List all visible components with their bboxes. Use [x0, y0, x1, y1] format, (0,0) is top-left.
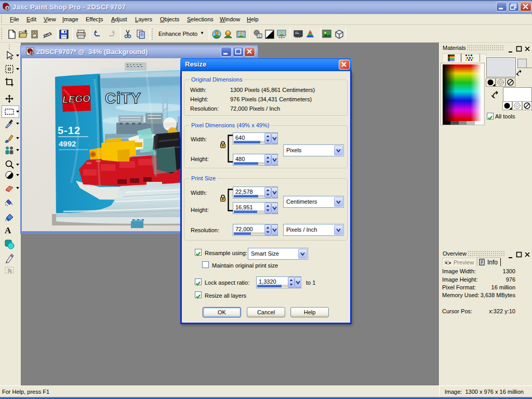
svg-text:8: 8 — [6, 6, 9, 10]
svg-text:CiTY: CiTY — [105, 90, 141, 107]
svg-text:LEGO: LEGO — [62, 93, 91, 105]
svg-text:4992: 4992 — [59, 139, 76, 148]
svg-text:8: 8 — [31, 51, 33, 55]
